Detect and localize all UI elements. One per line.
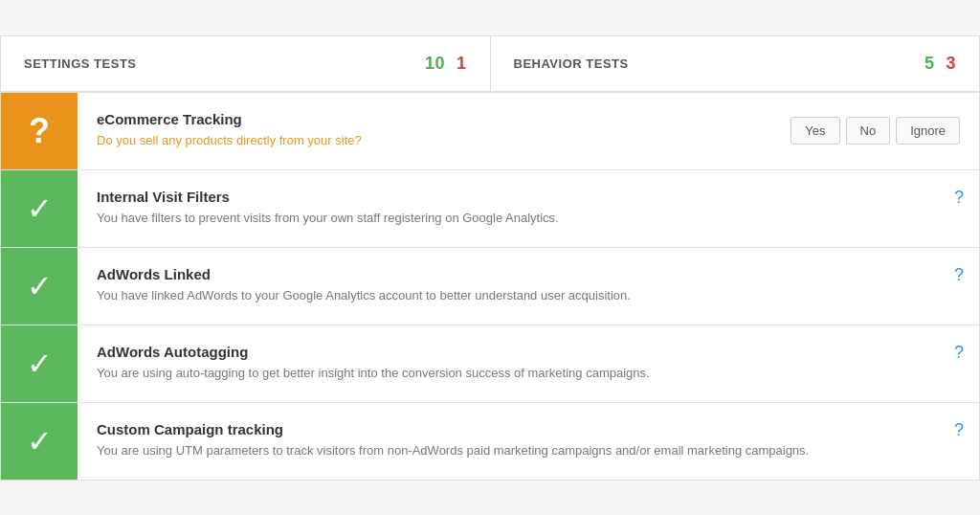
adwords-linked-help[interactable]: ? [954, 248, 979, 325]
custom-campaign-description: You are using UTM parameters to track vi… [97, 441, 935, 460]
checkmark-icon: ✓ [27, 268, 53, 304]
behavior-count-green: 5 [924, 54, 935, 74]
internal-visit-help[interactable]: ? [954, 170, 979, 247]
list-item: ? eCommerce Tracking Do you sell any pro… [1, 93, 979, 170]
settings-tab-label: SETTINGS TESTS [24, 56, 413, 71]
behavior-tab-label: BEHAVIOR TESTS [514, 56, 913, 71]
adwords-autotagging-title: AdWords Autotagging [97, 344, 935, 360]
custom-campaign-icon: ✓ [1, 403, 78, 480]
custom-campaign-title: Custom Campaign tracking [97, 421, 935, 437]
no-button[interactable]: No [846, 117, 891, 145]
custom-campaign-help[interactable]: ? [954, 403, 979, 480]
question-mark-icon: ? [29, 111, 50, 151]
ecommerce-description: Do you sell any products directly from y… [97, 131, 752, 150]
internal-visit-description: You have filters to prevent visits from … [97, 209, 935, 228]
items-list: ? eCommerce Tracking Do you sell any pro… [1, 93, 979, 480]
list-item: ✓ Internal Visit Filters You have filter… [1, 170, 979, 248]
internal-visit-content: Internal Visit Filters You have filters … [78, 170, 954, 247]
list-item: ✓ AdWords Autotagging You are using auto… [1, 325, 979, 403]
tab-behavior[interactable]: BEHAVIOR TESTS 5 3 [491, 36, 980, 91]
checkmark-icon: ✓ [27, 190, 53, 227]
checkmark-icon: ✓ [27, 423, 53, 459]
internal-visit-icon: ✓ [1, 170, 78, 247]
ecommerce-actions: Yes No Ignore [771, 93, 979, 169]
tabs-header: SETTINGS TESTS 10 1 BEHAVIOR TESTS 5 3 [1, 36, 979, 93]
main-container: SETTINGS TESTS 10 1 BEHAVIOR TESTS 5 3 ?… [0, 35, 980, 481]
adwords-linked-description: You have linked AdWords to your Google A… [97, 286, 935, 305]
adwords-autotagging-content: AdWords Autotagging You are using auto-t… [78, 325, 954, 402]
ecommerce-title: eCommerce Tracking [97, 111, 752, 127]
list-item: ✓ Custom Campaign tracking You are using… [1, 403, 979, 480]
adwords-autotagging-description: You are using auto-tagging to get better… [97, 364, 935, 383]
settings-count-red: 1 [457, 54, 467, 74]
settings-count-green: 10 [425, 54, 445, 74]
internal-visit-title: Internal Visit Filters [97, 189, 935, 205]
custom-campaign-content: Custom Campaign tracking You are using U… [78, 403, 954, 480]
tab-settings[interactable]: SETTINGS TESTS 10 1 [1, 36, 491, 91]
ignore-button[interactable]: Ignore [896, 117, 960, 145]
ecommerce-icon: ? [1, 93, 78, 169]
yes-button[interactable]: Yes [791, 117, 839, 145]
ecommerce-content: eCommerce Tracking Do you sell any produ… [78, 93, 771, 169]
adwords-autotagging-help[interactable]: ? [954, 325, 979, 402]
list-item: ✓ AdWords Linked You have linked AdWords… [1, 248, 979, 325]
adwords-linked-title: AdWords Linked [97, 266, 935, 282]
adwords-autotagging-icon: ✓ [1, 325, 78, 402]
behavior-count-red: 3 [946, 54, 956, 74]
adwords-linked-content: AdWords Linked You have linked AdWords t… [78, 248, 954, 325]
adwords-linked-icon: ✓ [1, 248, 78, 325]
checkmark-icon: ✓ [27, 346, 53, 382]
